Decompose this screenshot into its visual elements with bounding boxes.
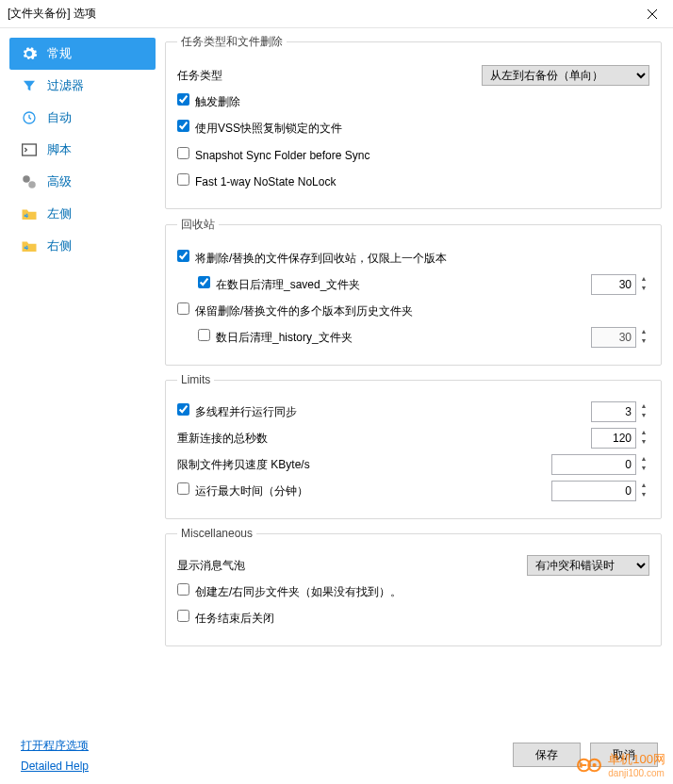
section-task: 任务类型和文件删除 任务类型 从左到右备份（单向） 触发删除 使用VSS快照复制… [165, 34, 662, 209]
label-speed: 限制文件拷贝速度 KByte/s [177, 457, 551, 473]
cancel-button[interactable]: 取消 [590, 743, 658, 767]
cb-vss[interactable]: 使用VSS快照复制锁定的文件 [177, 120, 342, 137]
spin-up[interactable]: ▲ [638, 482, 649, 491]
nav-script[interactable]: 脚本 [9, 134, 156, 166]
spin-up[interactable]: ▲ [638, 275, 649, 285]
clock-icon [21, 109, 38, 126]
input-threads[interactable] [591, 401, 636, 422]
nav-label: 脚本 [47, 141, 72, 158]
link-detailed-help[interactable]: Detailed Help [21, 760, 89, 773]
task-type-select[interactable]: 从左到右备份（单向） [482, 65, 649, 86]
nav-left[interactable]: 左侧 [9, 198, 156, 230]
section-limits: Limits 多线程并行运行同步 ▲▼ 重新连接的总秒数 ▲▼ 限制文件拷贝速度… [165, 373, 662, 519]
titlebar: [文件夹备份] 选项 [0, 0, 673, 28]
svg-point-2 [23, 175, 30, 183]
gears-icon [21, 173, 38, 190]
nav-label: 过滤器 [47, 77, 84, 94]
cb-clean-saved[interactable]: 在数日后清理_saved_文件夹 [198, 276, 591, 293]
funnel-icon [21, 77, 38, 94]
spin-up[interactable]: ▲ [638, 402, 649, 412]
label-balloon: 显示消息气泡 [177, 558, 527, 574]
input-reconnect[interactable] [591, 428, 636, 449]
spin-down[interactable]: ▼ [638, 337, 649, 347]
terminal-icon [21, 141, 38, 158]
spin-down[interactable]: ▼ [638, 491, 649, 500]
cb-snapshot[interactable]: Snapshot Sync Folder before Sync [177, 147, 369, 162]
section-legend: Limits [177, 373, 214, 386]
input-history-days [591, 327, 636, 348]
close-button[interactable] [631, 0, 673, 28]
spin-up[interactable]: ▲ [638, 455, 649, 465]
sidebar: 常规 过滤器 自动 脚本 高级 左侧 右侧 [0, 34, 156, 735]
nav-label: 常规 [47, 45, 72, 62]
section-legend: 回收站 [177, 217, 219, 233]
balloon-select[interactable]: 有冲突和错误时 [527, 555, 649, 576]
input-speed[interactable] [551, 454, 636, 475]
nav-general[interactable]: 常规 [9, 38, 156, 70]
cb-keep-history[interactable]: 保留删除/替换文件的多个版本到历史文件夹 [177, 302, 413, 319]
spin-up[interactable]: ▲ [638, 328, 649, 337]
link-program-options[interactable]: 打开程序选项 [21, 738, 89, 754]
footer: 打开程序选项 Detailed Help 保存 取消 [0, 735, 673, 784]
label-reconnect: 重新连接的总秒数 [177, 431, 591, 447]
nav-advanced[interactable]: 高级 [9, 166, 156, 198]
nav-label: 高级 [47, 173, 72, 190]
input-maxtime[interactable] [551, 481, 636, 501]
section-legend: Miscellaneous [177, 527, 256, 540]
cb-clean-history[interactable]: 数日后清理_history_文件夹 [198, 329, 591, 346]
gear-icon [21, 45, 38, 62]
cb-fast1way[interactable]: Fast 1-way NoState NoLock [177, 173, 336, 188]
cb-save-replaced[interactable]: 将删除/替换的文件保存到回收站，仅限上一个版本 [177, 250, 447, 267]
folder-right-icon [21, 237, 38, 254]
nav-label: 左侧 [47, 205, 72, 222]
section-misc: Miscellaneous 显示消息气泡 有冲突和错误时 创建左/右同步文件夹（… [165, 527, 662, 646]
nav-right[interactable]: 右侧 [9, 230, 156, 262]
content-pane: 任务类型和文件删除 任务类型 从左到右备份（单向） 触发删除 使用VSS快照复制… [156, 34, 664, 735]
spin-down[interactable]: ▼ [638, 465, 649, 474]
section-recycle: 回收站 将删除/替换的文件保存到回收站，仅限上一个版本 在数日后清理_saved… [165, 217, 662, 366]
cb-maxtime[interactable]: 运行最大时间（分钟） [177, 482, 551, 499]
save-button[interactable]: 保存 [513, 743, 581, 767]
input-saved-days[interactable] [591, 274, 636, 295]
folder-left-icon [21, 205, 38, 222]
close-icon [648, 9, 657, 19]
cb-close-after[interactable]: 任务结束后关闭 [177, 610, 274, 627]
cb-trigger-delete[interactable]: 触发删除 [177, 93, 240, 110]
nav-label: 右侧 [47, 237, 72, 254]
cb-create-folders[interactable]: 创建左/右同步文件夹（如果没有找到）。 [177, 583, 402, 600]
svg-rect-1 [23, 144, 37, 155]
window-title: [文件夹备份] 选项 [8, 6, 96, 22]
nav-auto[interactable]: 自动 [9, 102, 156, 134]
nav-label: 自动 [47, 109, 72, 126]
task-type-label: 任务类型 [177, 68, 482, 84]
nav-filter[interactable]: 过滤器 [9, 70, 156, 102]
spin-up[interactable]: ▲ [638, 429, 649, 438]
cb-threads[interactable]: 多线程并行运行同步 [177, 403, 591, 420]
svg-point-3 [28, 181, 36, 188]
spin-down[interactable]: ▼ [638, 438, 649, 448]
spin-down[interactable]: ▼ [638, 285, 649, 294]
section-legend: 任务类型和文件删除 [177, 34, 287, 50]
spin-down[interactable]: ▼ [638, 412, 649, 421]
